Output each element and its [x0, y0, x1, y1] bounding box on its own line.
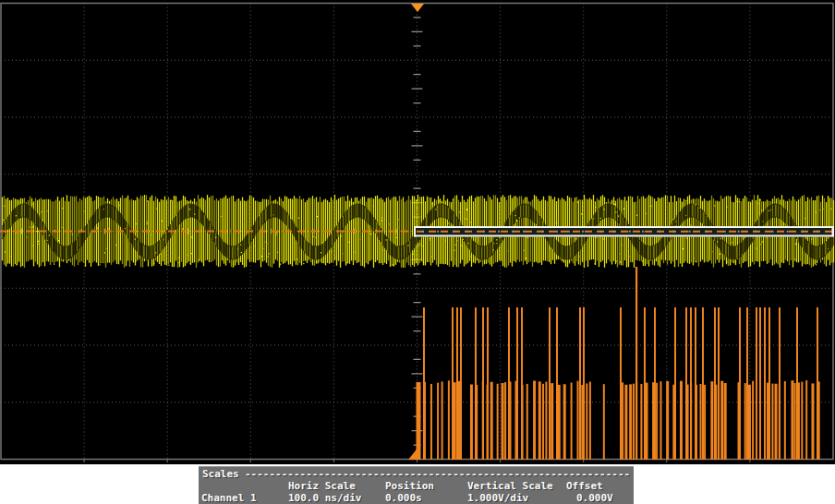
scales-panel: Scales ---------------------------------… [199, 466, 634, 504]
col-header-horiz-scale: Horiz Scale [288, 480, 356, 492]
scales-row-channel-1: Channel 1 100.0 ns/div 0.000s 1.000V/div… [199, 492, 634, 504]
col-header-vertical-scale: Vertical Scale [467, 480, 553, 492]
offset-value: 0.000V [576, 492, 613, 504]
scales-title-row: Scales ---------------------------------… [199, 468, 634, 480]
col-header-offset: Offset [566, 480, 603, 492]
scope-display [0, 0, 835, 504]
scales-title-dashes: ----------------------------------------… [245, 468, 630, 480]
position-value: 0.000s [385, 492, 422, 504]
vertical-scale-value: 1.000V/div [467, 492, 528, 504]
scales-header-row: Horiz Scale Position Vertical Scale Offs… [199, 480, 634, 492]
col-header-position: Position [385, 480, 434, 492]
trigger-position-marker-icon[interactable] [411, 4, 424, 12]
channel-label: Channel 1 [201, 492, 257, 504]
horiz-scale-value: 100.0 ns/div [288, 492, 361, 504]
scales-title: Scales [202, 468, 239, 480]
oscilloscope-screen: Scales ---------------------------------… [0, 0, 835, 504]
